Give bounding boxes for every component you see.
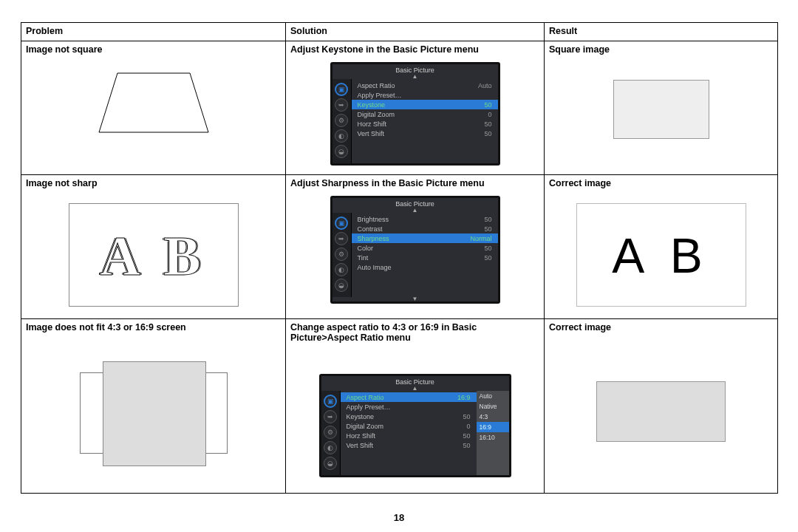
tab-icon-picture[interactable]: ▣ <box>335 216 348 230</box>
osd-menu-item[interactable]: Apply Preset… <box>341 402 477 412</box>
osd-menu-item[interactable]: Keystone50 <box>341 412 477 421</box>
osd-menu-item[interactable]: Digital Zoom0 <box>341 421 477 431</box>
tab-icon-3[interactable]: ⚙ <box>324 426 337 439</box>
osd-menu-item[interactable]: Horz Shift50 <box>341 431 477 440</box>
tab-icon-5[interactable]: ◒ <box>335 279 348 292</box>
osd-menu-item[interactable]: Color50 <box>352 243 498 253</box>
osd-menu-item[interactable]: Vert Shift50 <box>352 129 498 138</box>
osd-menu-item[interactable]: Digital Zoom0 <box>352 109 498 119</box>
header-solution: Solution <box>286 23 545 41</box>
tab-icon-3[interactable]: ⚙ <box>335 114 348 127</box>
aspect-option[interactable]: 16:10 <box>477 432 509 443</box>
tab-icon-4[interactable]: ◐ <box>335 263 348 276</box>
osd-menu-item[interactable]: Keystone50 <box>352 100 498 109</box>
osd-menu-item[interactable]: Auto Image <box>352 262 498 272</box>
result-label-1: Square image <box>549 44 773 55</box>
osd-menu-keystone: Basic Picture ▲ ▣ ➥ ⚙ ◐ ◒ Aspect RatioAu… <box>330 62 500 166</box>
aspect-correct-illustration <box>596 381 726 442</box>
tab-icon-picture[interactable]: ▣ <box>324 395 337 408</box>
tab-icon-5[interactable]: ◒ <box>335 145 348 158</box>
tab-icon-3[interactable]: ⚙ <box>335 248 348 261</box>
tab-icon-4[interactable]: ◐ <box>324 441 337 454</box>
square-image-illustration <box>613 80 709 139</box>
troubleshoot-table: Problem Solution Result Image not square… <box>21 22 778 494</box>
aspect-option[interactable]: Native <box>477 401 509 412</box>
header-result: Result <box>545 23 778 41</box>
solution-label-1: Adjust Keystone in the Basic Picture men… <box>290 44 539 55</box>
osd-menu-sharpness: Basic Picture ▲ ▣ ➥ ⚙ ◐ ◒ Brightness50Co… <box>330 196 500 304</box>
osd-menu-item[interactable]: Aspect Ratio16:9 <box>341 392 477 402</box>
tab-icon-picture[interactable]: ▣ <box>335 83 348 96</box>
page-number: 18 <box>0 512 798 523</box>
tab-icon-2[interactable]: ➥ <box>335 232 348 245</box>
osd-menu-item[interactable]: Tint50 <box>352 253 498 262</box>
osd-menu-item[interactable]: SharpnessNormal <box>352 233 498 243</box>
osd-menu-item[interactable]: Vert Shift50 <box>341 440 477 450</box>
problem-label-3: Image does not fit 4:3 or 16:9 screen <box>26 322 281 332</box>
trapezoid-illustration <box>26 59 281 147</box>
sharp-ab-illustration: A B <box>576 203 746 307</box>
aspect-option[interactable]: Auto <box>477 391 509 401</box>
header-problem: Problem <box>21 23 286 41</box>
down-arrow-icon: ▼ <box>332 297 498 301</box>
tab-icon-2[interactable]: ➥ <box>335 98 348 112</box>
result-label-3: Correct image <box>549 322 773 332</box>
osd-menu-aspect: Basic Picture ▲ ▣ ➥ ⚙ ◐ ◒ Aspect Ratio16… <box>319 374 511 477</box>
tab-icon-2[interactable]: ➥ <box>324 410 337 423</box>
problem-label-2: Image not sharp <box>26 178 281 188</box>
blurry-ab-illustration: A B <box>69 203 239 307</box>
osd-menu-item[interactable]: Apply Preset… <box>352 90 498 100</box>
svg-marker-0 <box>99 73 208 132</box>
aspect-option[interactable]: 16:9 <box>477 422 509 432</box>
result-label-2: Correct image <box>549 178 773 188</box>
aspect-mismatch-illustration <box>80 372 228 454</box>
solution-label-2: Adjust Sharpness in the Basic Picture me… <box>290 178 539 188</box>
solution-label-3: Change aspect ratio to 4:3 or 16:9 in Ba… <box>290 322 539 343</box>
tab-icon-4[interactable]: ◐ <box>335 129 348 143</box>
osd-menu-item[interactable]: Brightness50 <box>352 214 498 224</box>
aspect-submenu[interactable]: AutoNative4:316:916:10 <box>477 391 509 475</box>
osd-menu-item[interactable]: Aspect RatioAuto <box>352 81 498 90</box>
problem-label-1: Image not square <box>26 44 281 55</box>
aspect-option[interactable]: 4:3 <box>477 412 509 422</box>
tab-icon-5[interactable]: ◒ <box>324 457 337 470</box>
osd-menu-item[interactable]: Contrast50 <box>352 224 498 233</box>
osd-menu-item[interactable]: Horz Shift50 <box>352 119 498 129</box>
